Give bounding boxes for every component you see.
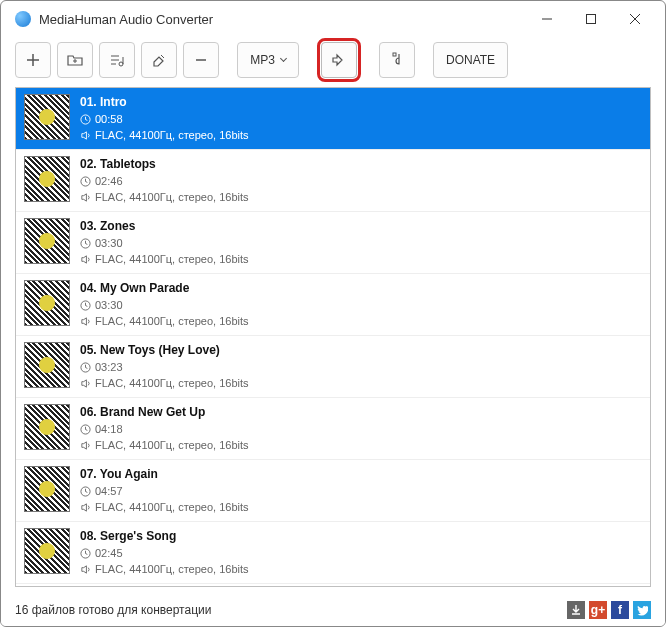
add-playlist-button[interactable]: [99, 42, 135, 78]
track-format: FLAC, 44100Гц, стерео, 16bits: [80, 189, 642, 206]
app-title: MediaHuman Audio Converter: [39, 12, 525, 27]
track-duration: 02:46: [80, 173, 642, 190]
add-file-button[interactable]: [15, 42, 51, 78]
convert-button[interactable]: [321, 42, 357, 78]
twitter-icon[interactable]: [633, 601, 651, 619]
track-title: 01. Intro: [80, 94, 642, 111]
close-button[interactable]: [613, 4, 657, 34]
googleplus-icon[interactable]: g+: [589, 601, 607, 619]
app-icon: [15, 11, 31, 27]
track-row[interactable]: 02. Tabletops02:46FLAC, 44100Гц, стерео,…: [16, 150, 650, 212]
track-info: 01. Intro00:58FLAC, 44100Гц, стерео, 16b…: [80, 94, 642, 144]
svg-rect-1: [587, 15, 596, 24]
donate-button[interactable]: DONATE: [433, 42, 508, 78]
album-art-thumb: [24, 280, 70, 326]
track-info: 06. Brand New Get Up04:18FLAC, 44100Гц, …: [80, 404, 642, 454]
track-duration: 04:18: [80, 421, 642, 438]
track-title: 07. You Again: [80, 466, 642, 483]
settings-button[interactable]: [379, 42, 415, 78]
album-art-thumb: [24, 94, 70, 140]
donate-label: DONATE: [446, 53, 495, 67]
minimize-button[interactable]: [525, 4, 569, 34]
format-label: MP3: [250, 53, 275, 67]
album-art-thumb: [24, 342, 70, 388]
clear-button[interactable]: [141, 42, 177, 78]
convert-highlight: [317, 38, 361, 82]
track-title: 03. Zones: [80, 218, 642, 235]
chevron-down-icon: [280, 55, 287, 62]
track-duration: 02:45: [80, 545, 642, 562]
track-info: 08. Serge's Song02:45FLAC, 44100Гц, стер…: [80, 528, 642, 578]
toolbar: MP3 DONATE: [1, 37, 665, 83]
track-title: 05. New Toys (Hey Love): [80, 342, 642, 359]
track-format: FLAC, 44100Гц, стерео, 16bits: [80, 251, 642, 268]
track-list[interactable]: 01. Intro00:58FLAC, 44100Гц, стерео, 16b…: [15, 87, 651, 587]
track-info: 04. My Own Parade03:30FLAC, 44100Гц, сте…: [80, 280, 642, 330]
album-art-thumb: [24, 156, 70, 202]
track-format: FLAC, 44100Гц, стерео, 16bits: [80, 127, 642, 144]
window-controls: [525, 4, 657, 34]
track-info: 02. Tabletops02:46FLAC, 44100Гц, стерео,…: [80, 156, 642, 206]
track-format: FLAC, 44100Гц, стерео, 16bits: [80, 437, 642, 454]
track-format: FLAC, 44100Гц, стерео, 16bits: [80, 313, 642, 330]
album-art-thumb: [24, 218, 70, 264]
track-row[interactable]: 04. My Own Parade03:30FLAC, 44100Гц, сте…: [16, 274, 650, 336]
track-row[interactable]: 03. Zones03:30FLAC, 44100Гц, стерео, 16b…: [16, 212, 650, 274]
facebook-icon[interactable]: f: [611, 601, 629, 619]
track-title: 08. Serge's Song: [80, 528, 642, 545]
maximize-button[interactable]: [569, 4, 613, 34]
track-duration: 03:23: [80, 359, 642, 376]
track-row[interactable]: 08. Serge's Song02:45FLAC, 44100Гц, стер…: [16, 522, 650, 584]
track-row[interactable]: 06. Brand New Get Up04:18FLAC, 44100Гц, …: [16, 398, 650, 460]
track-title: 02. Tabletops: [80, 156, 642, 173]
status-text: 16 файлов готово для конвертации: [15, 603, 567, 617]
track-info: 07. You Again04:57FLAC, 44100Гц, стерео,…: [80, 466, 642, 516]
track-format: FLAC, 44100Гц, стерео, 16bits: [80, 375, 642, 392]
track-format: FLAC, 44100Гц, стерео, 16bits: [80, 499, 642, 516]
track-duration: 00:58: [80, 111, 642, 128]
statusbar: 16 файлов готово для конвертации g+ f: [1, 594, 665, 626]
download-updates-icon[interactable]: [567, 601, 585, 619]
album-art-thumb: [24, 528, 70, 574]
track-row[interactable]: 05. New Toys (Hey Love)03:23FLAC, 44100Г…: [16, 336, 650, 398]
track-row[interactable]: 07. You Again04:57FLAC, 44100Гц, стерео,…: [16, 460, 650, 522]
track-title: 04. My Own Parade: [80, 280, 642, 297]
svg-line-13: [161, 55, 164, 58]
social-icons: g+ f: [567, 601, 651, 619]
track-format: FLAC, 44100Гц, стерео, 16bits: [80, 561, 642, 578]
track-info: 03. Zones03:30FLAC, 44100Гц, стерео, 16b…: [80, 218, 642, 268]
svg-point-11: [119, 62, 123, 66]
album-art-thumb: [24, 404, 70, 450]
track-title: 06. Brand New Get Up: [80, 404, 642, 421]
remove-button[interactable]: [183, 42, 219, 78]
track-info: 05. New Toys (Hey Love)03:23FLAC, 44100Г…: [80, 342, 642, 392]
titlebar: MediaHuman Audio Converter: [1, 1, 665, 37]
track-duration: 03:30: [80, 297, 642, 314]
svg-rect-15: [393, 53, 396, 56]
track-duration: 04:57: [80, 483, 642, 500]
track-row[interactable]: 01. Intro00:58FLAC, 44100Гц, стерео, 16b…: [16, 88, 650, 150]
add-folder-button[interactable]: [57, 42, 93, 78]
format-select[interactable]: MP3: [237, 42, 299, 78]
album-art-thumb: [24, 466, 70, 512]
track-duration: 03:30: [80, 235, 642, 252]
